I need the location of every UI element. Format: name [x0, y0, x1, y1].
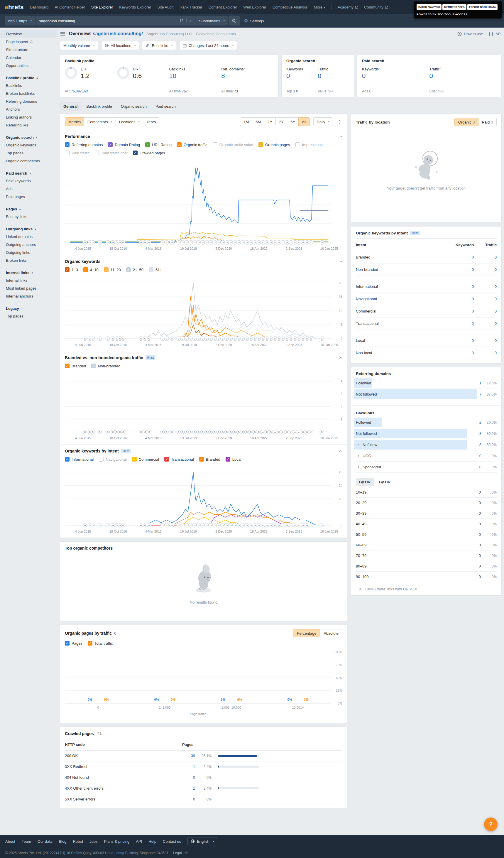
google-update-marker[interactable]: G [105, 240, 110, 245]
sidebar-group-paid-search[interactable]: Paid search▲ [0, 169, 58, 177]
sidebar-item-site-structure[interactable]: Site structure [0, 46, 58, 54]
count-link[interactable]: 2 [477, 420, 482, 425]
footer-link-team[interactable]: Team [22, 839, 31, 844]
legal-info-link[interactable]: Legal info [173, 851, 188, 855]
collapse-chevron-icon[interactable] [339, 357, 342, 359]
checkbox-paid-traffic[interactable]: Paid traffic [65, 150, 90, 155]
organic-traffic-value[interactable]: 0 [318, 72, 349, 80]
google-update-marker[interactable]: G [320, 430, 324, 434]
sidebar-item-broken-backlinks[interactable]: Broken backlinks [0, 90, 58, 97]
sidebar-item-organic-keywords[interactable]: Organic keywords [0, 141, 58, 149]
google-update-marker[interactable]: G [91, 430, 95, 434]
checkbox-21-50[interactable]: ✓21–50 [126, 267, 144, 272]
footer-link-plans-pricing[interactable]: Plans & pricing [104, 839, 130, 844]
google-update-marker[interactable]: G [91, 337, 95, 341]
sidebar-group-legacy[interactable]: Legacy▲ [0, 305, 58, 312]
keywords-link[interactable]: 0 [444, 267, 474, 272]
promo-button-members-area[interactable]: MEMBERS AREA [442, 4, 467, 10]
years-button[interactable]: Years [143, 117, 160, 126]
filter-best-links[interactable]: Best links▾ [142, 41, 176, 50]
keywords-link[interactable]: 0 [444, 321, 474, 326]
sidebar-item-referring-domains[interactable]: Referring domains [0, 97, 58, 105]
footer-link-jobs[interactable]: Jobs [90, 839, 97, 844]
performance-chart[interactable]: GGGGGGGGGGGGGGGGGGGGGGGGGGGGGGGGGGGGaGGa… [65, 159, 342, 251]
pages-count-link[interactable]: 0 [182, 775, 195, 780]
ar-value-link[interactable]: 76,097,824 [71, 89, 88, 93]
tab-paid-search[interactable]: Paid search [152, 102, 179, 111]
nav-item-dashboard[interactable]: Dashboard [30, 5, 49, 10]
organic-keywords-chart[interactable]: 20151050GGGGGGGGGGGGGGGGGGGGGGGGGGGGGGGG… [65, 276, 342, 347]
checkbox-informational[interactable]: ✓Informational [65, 457, 94, 462]
filter-all-locations[interactable]: All locations▾ [101, 41, 139, 50]
google-update-marker[interactable]: G [320, 240, 324, 245]
keywords-link[interactable]: 0 [444, 309, 474, 313]
google-update-marker[interactable]: G [105, 337, 110, 341]
nav-link-academy[interactable]: Academy [338, 5, 358, 10]
granularity-dropdown[interactable]: Daily▾ [313, 117, 333, 126]
sidebar-item-broken-links[interactable]: Broken links [0, 256, 58, 265]
count-link[interactable]: 0 [477, 465, 482, 469]
checkbox-transactional[interactable]: ✓Transactional [164, 457, 194, 462]
keywords-link[interactable]: 0 [444, 284, 474, 289]
metrics-button[interactable]: Metrics [65, 117, 84, 126]
sidebar-item-organic-competitors[interactable]: Organic competitors [0, 157, 58, 165]
footer-link-our-data[interactable]: Our data [37, 839, 52, 844]
sidebar-item-opportunities[interactable]: Opportunities [0, 62, 58, 69]
tab-by-dr[interactable]: By DR [378, 478, 392, 486]
google-update-marker[interactable]: G [147, 337, 151, 341]
range-1m[interactable]: 1M [240, 117, 252, 126]
target-input[interactable] [39, 19, 150, 23]
checkbox-domain-rating[interactable]: ✓Domain Rating [108, 142, 140, 147]
tab-organic-search[interactable]: Organic search [117, 102, 150, 111]
pages-count-link[interactable]: 39 [182, 753, 195, 758]
pages-count-link[interactable]: 1 [182, 764, 195, 769]
promo-button-export-batch-data[interactable]: EXPORT BATCH DATA [467, 4, 498, 10]
sidebar-item-internal-anchors[interactable]: Internal anchors [0, 292, 58, 300]
language-selector[interactable]: English▾ [188, 837, 217, 845]
checkbox-4-10[interactable]: ✓4–10 [83, 267, 99, 272]
google-update-marker[interactable]: 2 [309, 430, 313, 434]
help-button[interactable]: ? [484, 817, 498, 831]
count-link[interactable]: 8 [477, 443, 482, 447]
google-update-marker[interactable]: G [97, 430, 102, 434]
google-update-marker[interactable]: G [169, 337, 174, 341]
google-update-marker[interactable]: G [97, 523, 102, 528]
kebab-menu-icon[interactable]: ⋮ [337, 120, 342, 124]
scope-dropdown[interactable]: Subdomains▾ [195, 16, 229, 26]
nav-item-site-explorer[interactable]: Site Explorer [91, 5, 113, 10]
sidebar-item-calendar[interactable]: Calendar [0, 54, 58, 62]
how-to-use-button[interactable]: How to use [457, 32, 483, 36]
paid-keywords-value[interactable]: 0 [362, 72, 429, 80]
count-link[interactable]: 1 [477, 381, 482, 385]
count-link[interactable]: 0 [477, 454, 482, 458]
nav-more-dropdown[interactable]: More▾ [314, 5, 325, 10]
organic-keywords-value[interactable]: 0 [286, 72, 318, 80]
pages-count-link[interactable]: 1 [182, 786, 195, 791]
checkbox-organic-traffic[interactable]: ✓Organic traffic [177, 142, 207, 147]
google-update-marker[interactable]: 2 [309, 523, 313, 528]
traffic-organic-toggle[interactable]: Organic 0 [454, 118, 478, 126]
protocol-dropdown[interactable]: http + https▾ [5, 16, 35, 26]
sidebar-group-pages[interactable]: Pages▲ [0, 205, 58, 213]
google-update-marker[interactable]: G [121, 337, 125, 341]
promo-button-batch-analysis[interactable]: BATCH ANALYSIS [417, 4, 441, 10]
sidebar-group-outgoing-links[interactable]: Outgoing links▲ [0, 225, 58, 233]
footer-link-robot[interactable]: Robot [73, 839, 83, 844]
footer-link-blog[interactable]: Blog [59, 839, 66, 844]
sidebar-group-internal-links[interactable]: Internal links▲ [0, 269, 58, 276]
nav-item-content-explorer[interactable]: Content Explorer [209, 5, 237, 10]
nav-item-site-audit[interactable]: Site Audit [157, 5, 173, 10]
nav-item-ai-content-helper[interactable]: AI Content Helper [54, 5, 85, 10]
competitors-dropdown[interactable]: Competitors▾ [84, 117, 116, 126]
google-update-marker[interactable]: 2 [309, 337, 313, 341]
sidebar-item-outgoing-anchors[interactable]: Outgoing anchors [0, 241, 58, 249]
checkbox-branded[interactable]: ✓Branded [199, 457, 220, 462]
google-update-marker[interactable]: G [164, 430, 169, 434]
sidebar-item-referring-ips[interactable]: Referring IPs [0, 121, 58, 129]
sidebar-group-backlink-profile[interactable]: Backlink profile▲ [0, 74, 58, 82]
sidebar-group-organic-search[interactable]: Organic search▲ [0, 133, 58, 141]
google-update-marker[interactable]: G [91, 523, 95, 528]
tab-backlink-profile[interactable]: Backlink profile [83, 102, 115, 111]
google-update-marker[interactable]: G [83, 337, 87, 341]
google-update-marker[interactable]: G [169, 240, 174, 245]
